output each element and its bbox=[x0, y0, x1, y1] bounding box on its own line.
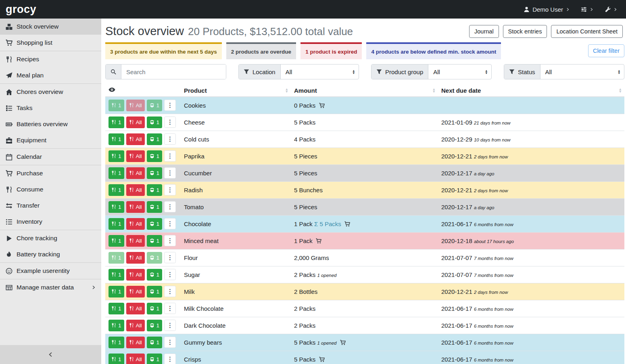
consume-all-button[interactable]: All bbox=[126, 252, 145, 264]
row-menu-button[interactable]: ⋮ bbox=[164, 269, 176, 280]
product-name-link[interactable]: Dark Chocolate bbox=[184, 322, 225, 329]
open-one-button[interactable]: 1 bbox=[147, 320, 163, 331]
eye-icon[interactable] bbox=[109, 86, 115, 93]
consume-one-button[interactable]: 1 bbox=[109, 133, 124, 145]
sidebar-item-manage-master-data[interactable]: Manage master data bbox=[0, 279, 101, 295]
product-name-link[interactable]: Crisps bbox=[184, 356, 201, 363]
user-menu[interactable]: Demo User bbox=[524, 6, 570, 13]
open-one-button[interactable]: 1 bbox=[147, 269, 163, 281]
filter-select-product-group[interactable]: All▴▾ bbox=[428, 64, 491, 79]
consume-one-button[interactable]: 1 bbox=[109, 100, 124, 111]
open-one-button[interactable]: 1 bbox=[147, 133, 163, 145]
sidebar-item-inventory[interactable]: Inventory bbox=[0, 214, 101, 230]
filter-select-location[interactable]: All▴▾ bbox=[281, 64, 359, 79]
open-one-button[interactable]: 1 bbox=[147, 218, 163, 230]
consume-one-button[interactable]: 1 bbox=[109, 354, 124, 364]
consume-all-button[interactable]: All bbox=[126, 116, 145, 128]
open-one-button[interactable]: 1 bbox=[147, 337, 163, 348]
sidebar-item-chores-overview[interactable]: Chores overview bbox=[0, 84, 101, 100]
consume-all-button[interactable]: All bbox=[126, 150, 145, 162]
consume-one-button[interactable]: 1 bbox=[109, 184, 124, 196]
consume-all-button[interactable]: All bbox=[126, 269, 145, 281]
consume-all-button[interactable]: All bbox=[126, 286, 145, 297]
row-menu-button[interactable]: ⋮ bbox=[164, 167, 176, 179]
consume-one-button[interactable]: 1 bbox=[109, 167, 124, 179]
consume-one-button[interactable]: 1 bbox=[109, 303, 124, 314]
consume-all-button[interactable]: All bbox=[126, 184, 145, 196]
column-label-product[interactable]: Product bbox=[184, 87, 207, 94]
sort-icon[interactable]: ▴▾ bbox=[619, 88, 621, 93]
product-name-link[interactable]: Sugar bbox=[184, 271, 200, 278]
consume-one-button[interactable]: 1 bbox=[109, 286, 124, 297]
row-menu-button[interactable]: ⋮ bbox=[164, 201, 176, 212]
open-one-button[interactable]: 1 bbox=[147, 100, 163, 111]
consume-all-button[interactable]: All bbox=[126, 133, 145, 145]
stock-entries-button[interactable]: Stock entries bbox=[503, 25, 547, 38]
sidebar-item-purchase[interactable]: Purchase bbox=[0, 165, 101, 181]
consume-one-button[interactable]: 1 bbox=[109, 269, 124, 281]
product-name-link[interactable]: Paprika bbox=[184, 153, 204, 160]
sort-icon[interactable]: ▴▾ bbox=[433, 88, 435, 93]
consume-one-button[interactable]: 1 bbox=[109, 218, 124, 230]
open-one-button[interactable]: 1 bbox=[147, 167, 163, 179]
sidebar-item-batteries-overview[interactable]: Batteries overview bbox=[0, 116, 101, 132]
sidebar-item-chore-tracking[interactable]: Chore tracking bbox=[0, 230, 101, 246]
sidebar-item-tasks[interactable]: Tasks bbox=[0, 100, 101, 116]
consume-one-button[interactable]: 1 bbox=[109, 252, 124, 264]
sidebar-collapse-button[interactable] bbox=[0, 345, 101, 364]
app-logo[interactable]: grocy bbox=[6, 3, 36, 16]
consume-one-button[interactable]: 1 bbox=[109, 150, 124, 162]
product-name-link[interactable]: Cookies bbox=[184, 102, 206, 109]
consume-all-button[interactable]: All bbox=[126, 167, 145, 179]
sidebar-item-transfer[interactable]: Transfer bbox=[0, 198, 101, 214]
consume-all-button[interactable]: All bbox=[126, 320, 145, 331]
consume-all-button[interactable]: All bbox=[126, 354, 145, 364]
sidebar-item-shopping-list[interactable]: Shopping list bbox=[0, 35, 101, 51]
product-name-link[interactable]: Milk bbox=[184, 288, 195, 295]
consume-all-button[interactable]: All bbox=[126, 303, 145, 314]
column-label-due-date[interactable]: Next due date bbox=[441, 87, 481, 94]
open-one-button[interactable]: 1 bbox=[147, 252, 163, 264]
sort-icon[interactable]: ▴▾ bbox=[286, 88, 288, 93]
row-menu-button[interactable]: ⋮ bbox=[164, 184, 176, 196]
consume-all-button[interactable]: All bbox=[126, 218, 145, 230]
sidebar-item-calendar[interactable]: Calendar bbox=[0, 149, 101, 165]
row-menu-button[interactable]: ⋮ bbox=[164, 133, 176, 145]
sidebar-item-example-userentity[interactable]: Example userentity bbox=[0, 263, 101, 279]
product-name-link[interactable]: Milk Chocolate bbox=[184, 305, 223, 312]
sidebar-item-meal-plan[interactable]: Meal plan bbox=[0, 67, 101, 83]
product-name-link[interactable]: Gummy bears bbox=[184, 339, 222, 346]
sidebar-item-consume[interactable]: Consume bbox=[0, 181, 101, 198]
open-one-button[interactable]: 1 bbox=[147, 201, 163, 213]
column-label-amount[interactable]: Amount bbox=[294, 87, 317, 94]
product-name-link[interactable]: Minced meat bbox=[184, 237, 219, 244]
consume-all-button[interactable]: All bbox=[126, 337, 145, 348]
sidebar-item-equipment[interactable]: Equipment bbox=[0, 132, 101, 148]
open-one-button[interactable]: 1 bbox=[147, 184, 163, 196]
sidebar-item-recipes[interactable]: Recipes bbox=[0, 51, 101, 67]
location-content-sheet-button[interactable]: Location Content Sheet bbox=[551, 25, 623, 38]
open-one-button[interactable]: 1 bbox=[147, 286, 163, 297]
row-menu-button[interactable]: ⋮ bbox=[164, 100, 176, 111]
row-menu-button[interactable]: ⋮ bbox=[164, 354, 176, 364]
consume-all-button[interactable]: All bbox=[126, 100, 145, 111]
consume-all-button[interactable]: All bbox=[126, 201, 145, 213]
consume-all-button[interactable]: All bbox=[126, 235, 145, 247]
consume-one-button[interactable]: 1 bbox=[109, 337, 124, 348]
sidebar-item-battery-tracking[interactable]: Battery tracking bbox=[0, 246, 101, 262]
product-name-link[interactable]: Tomato bbox=[184, 204, 204, 210]
settings-menu[interactable] bbox=[581, 6, 593, 12]
search-input[interactable] bbox=[121, 64, 226, 79]
open-one-button[interactable]: 1 bbox=[147, 150, 163, 162]
row-menu-button[interactable]: ⋮ bbox=[164, 303, 176, 314]
row-menu-button[interactable]: ⋮ bbox=[164, 252, 176, 263]
clear-filter-button[interactable]: Clear filter bbox=[588, 44, 624, 57]
row-menu-button[interactable]: ⋮ bbox=[164, 286, 176, 297]
row-menu-button[interactable]: ⋮ bbox=[164, 218, 176, 229]
product-name-link[interactable]: Cheese bbox=[184, 119, 205, 126]
open-one-button[interactable]: 1 bbox=[147, 354, 163, 364]
consume-one-button[interactable]: 1 bbox=[109, 235, 124, 247]
consume-one-button[interactable]: 1 bbox=[109, 116, 124, 128]
open-one-button[interactable]: 1 bbox=[147, 235, 163, 247]
consume-one-button[interactable]: 1 bbox=[109, 320, 124, 331]
